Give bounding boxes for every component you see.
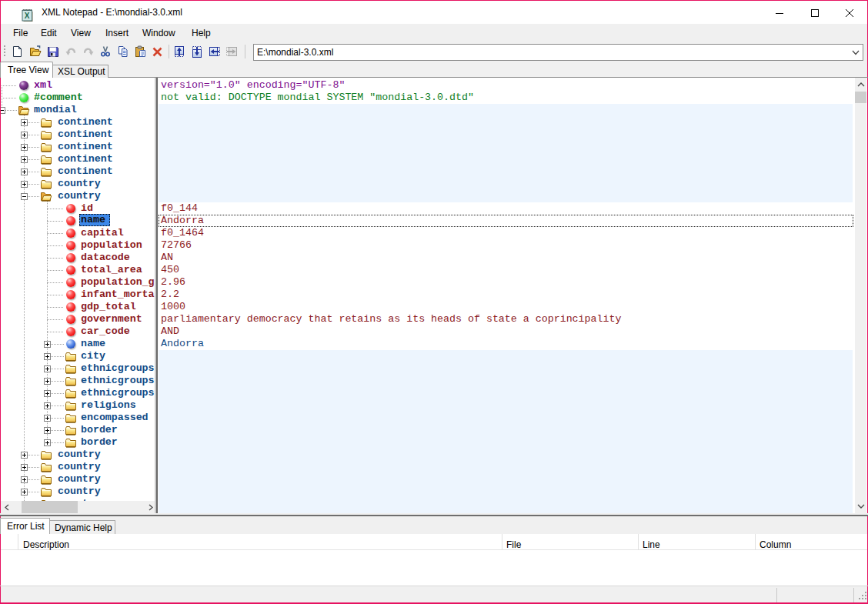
svg-text:X: X bbox=[25, 12, 30, 20]
